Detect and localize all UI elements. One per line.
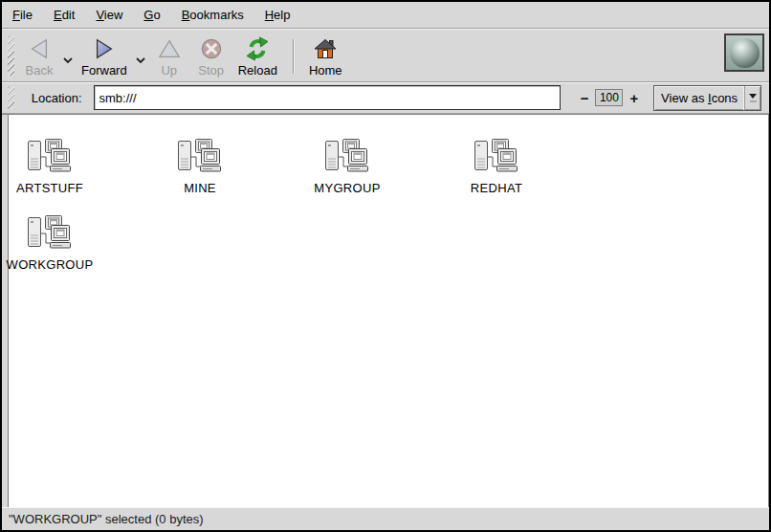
view-mode-dropdown[interactable]: View as Icons xyxy=(653,85,761,111)
item-label: WORKGROUP xyxy=(7,257,94,272)
menu-help-rest: elp xyxy=(274,8,290,22)
back-history-dropdown[interactable] xyxy=(60,39,76,81)
toolbar: Back Forward Up xyxy=(2,29,769,82)
toolbar-grip-handle[interactable] xyxy=(8,35,14,76)
forward-icon xyxy=(93,35,116,62)
location-input[interactable] xyxy=(94,85,561,110)
home-label: Home xyxy=(309,63,342,78)
item-label: MYGROUP xyxy=(314,181,380,195)
zoom-control: − 100 + xyxy=(577,89,643,106)
view-mode-dropdown-arrow-icon xyxy=(744,86,760,110)
zoom-in-button[interactable]: + xyxy=(626,91,642,105)
status-text: "WORKGROUP" selected (0 bytes) xyxy=(9,512,204,526)
forward-button[interactable]: Forward xyxy=(76,33,133,78)
menu-edit-rest: dit xyxy=(62,8,76,22)
content-area: ARTSTUFF MINE MYGROUP REDHAT WORKGROUP xyxy=(2,114,769,507)
file-manager-window: File Edit View Go Bookmarks Help Back xyxy=(0,0,771,532)
up-label: Up xyxy=(161,63,177,78)
location-bar-grip-handle[interactable] xyxy=(8,86,14,109)
zoom-out-button[interactable]: − xyxy=(577,91,593,105)
workgroup-icon xyxy=(474,138,519,176)
location-bar: Location: − 100 + View as Icons xyxy=(2,82,769,114)
menu-help-accel: H xyxy=(265,8,274,22)
menu-view[interactable]: View xyxy=(85,4,133,26)
home-button[interactable]: Home xyxy=(303,33,348,78)
menu-edit-accel: E xyxy=(54,8,62,22)
menu-edit[interactable]: Edit xyxy=(43,4,85,26)
reload-icon xyxy=(245,35,270,62)
menu-view-rest: iew xyxy=(104,8,123,22)
icon-view[interactable]: ARTSTUFF MINE MYGROUP REDHAT WORKGROUP xyxy=(9,115,769,507)
zoom-level-indicator[interactable]: 100 xyxy=(595,89,623,106)
stop-label: Stop xyxy=(198,63,224,78)
menu-file[interactable]: File xyxy=(2,4,43,26)
menu-file-accel: F xyxy=(12,8,20,22)
item-label: REDHAT xyxy=(471,181,522,195)
back-label: Back xyxy=(26,63,54,78)
forward-label: Forward xyxy=(81,63,127,78)
throbber[interactable] xyxy=(724,33,764,72)
menu-bookmarks[interactable]: Bookmarks xyxy=(171,4,254,26)
menu-go-rest: o xyxy=(153,8,160,22)
workgroup-icon xyxy=(324,138,370,176)
menu-file-rest: ile xyxy=(20,8,33,22)
network-item-artstuff[interactable]: ARTSTUFF xyxy=(0,138,107,195)
reload-button[interactable]: Reload xyxy=(232,33,283,78)
stop-icon xyxy=(200,35,223,62)
menu-bar: File Edit View Go Bookmarks Help xyxy=(2,2,769,29)
network-item-workgroup[interactable]: WORKGROUP xyxy=(0,214,107,272)
network-item-mygroup[interactable]: MYGROUP xyxy=(290,138,405,195)
location-label: Location: xyxy=(32,91,82,105)
back-button[interactable]: Back xyxy=(18,33,60,78)
view-mode-label: View as Icons xyxy=(654,86,744,110)
stop-button[interactable]: Stop xyxy=(190,33,232,78)
item-label: MINE xyxy=(184,181,216,195)
back-icon xyxy=(28,35,51,62)
up-button[interactable]: Up xyxy=(148,33,190,78)
forward-history-dropdown[interactable] xyxy=(133,39,148,81)
menu-help[interactable]: Help xyxy=(254,4,301,26)
home-icon xyxy=(313,35,338,62)
view-mode-rest: cons xyxy=(712,91,738,105)
menu-go[interactable]: Go xyxy=(133,4,170,26)
up-icon xyxy=(158,35,181,62)
network-item-redhat[interactable]: REDHAT xyxy=(439,138,554,195)
menu-bookmarks-rest: ookmarks xyxy=(189,8,243,22)
toolbar-separator xyxy=(293,39,294,74)
workgroup-icon xyxy=(177,138,223,176)
workgroup-icon xyxy=(27,138,73,176)
status-bar: "WORKGROUP" selected (0 bytes) xyxy=(2,507,769,530)
item-label: ARTSTUFF xyxy=(16,181,83,195)
network-item-mine[interactable]: MINE xyxy=(143,138,257,195)
throbber-sphere-icon xyxy=(730,38,760,68)
reload-label: Reload xyxy=(238,63,277,78)
workgroup-icon xyxy=(27,214,73,253)
view-mode-pre: View as xyxy=(661,91,708,105)
menu-view-accel: V xyxy=(96,8,103,22)
menu-go-accel: G xyxy=(143,8,153,22)
